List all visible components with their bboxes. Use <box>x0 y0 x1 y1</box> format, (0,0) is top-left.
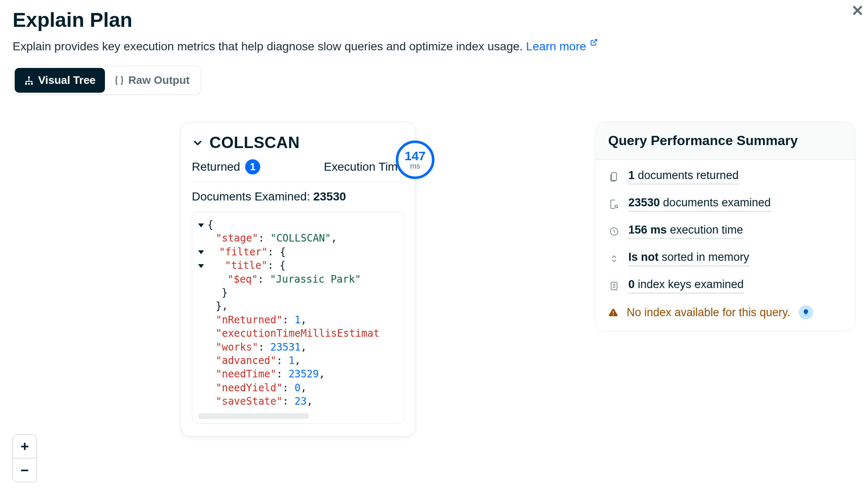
sort-icon <box>608 254 620 264</box>
summary-row-time: 156 ms execution time <box>608 224 842 239</box>
execution-time-bubble: 147 ms <box>396 140 434 179</box>
tab-raw-output[interactable]: Raw Output <box>105 68 199 93</box>
caret-icon[interactable] <box>198 264 204 268</box>
stage-card: 147 ms COLLSCAN Returned 1 Execution Tim… <box>180 122 416 437</box>
external-link-icon <box>590 36 598 49</box>
stage-header: COLLSCAN <box>192 134 404 152</box>
svg-line-0 <box>593 39 597 43</box>
caret-icon[interactable] <box>198 250 204 254</box>
zoom-out-button[interactable]: − <box>13 458 37 482</box>
index-icon <box>608 281 620 291</box>
exec-time-label: Execution Time <box>324 160 404 174</box>
svg-rect-4 <box>31 83 33 85</box>
clock-icon <box>608 226 620 237</box>
docs-examined-value: 23530 <box>313 190 346 203</box>
returned-stat: Returned 1 <box>192 159 260 174</box>
warning-icon <box>608 307 618 317</box>
summary-panel: Query Performance Summary 1 documents re… <box>595 122 855 332</box>
close-button[interactable]: ✕ <box>851 2 864 20</box>
exec-time-unit: ms <box>410 162 420 170</box>
subtitle-text: Explain provides key execution metrics t… <box>13 40 526 53</box>
learn-more-text: Learn more <box>526 40 586 53</box>
tree-icon <box>24 75 34 86</box>
svg-rect-3 <box>28 83 30 85</box>
exec-time-value: 147 <box>405 150 426 162</box>
view-tabs: Visual Tree Raw Output <box>13 66 201 95</box>
stats-row: Returned 1 Execution Time <box>192 159 404 182</box>
tab-visual-label: Visual Tree <box>38 74 96 87</box>
warning-row: No index available for this query. <box>608 305 842 320</box>
returned-badge: 1 <box>245 159 260 174</box>
tab-raw-label: Raw Output <box>128 74 190 87</box>
page-subtitle: Explain provides key execution metrics t… <box>13 36 855 53</box>
summary-row-index: 0 index keys examined <box>608 278 842 294</box>
docs-examined-label: Documents Examined: <box>192 190 313 203</box>
braces-icon <box>114 75 124 86</box>
warning-text: No index available for this query. <box>627 306 790 319</box>
page-title: Explain Plan <box>13 8 855 31</box>
zoom-in-button[interactable]: + <box>13 435 37 458</box>
summary-body: 1 documents returned 23530 documents exa… <box>596 160 855 331</box>
horizontal-scrollbar[interactable] <box>198 413 309 419</box>
json-block[interactable]: { "stage": "COLLSCAN", "filter": { "titl… <box>192 212 404 424</box>
zoom-controls: + − <box>13 434 37 482</box>
document-search-icon <box>608 199 620 209</box>
learn-more-link[interactable]: Learn more <box>526 40 598 53</box>
summary-row-examined: 23530 documents examined <box>608 196 842 212</box>
tab-visual-tree[interactable]: Visual Tree <box>15 68 105 93</box>
caret-icon[interactable] <box>198 224 204 227</box>
collapse-stage-button[interactable] <box>192 137 204 149</box>
summary-title: Query Performance Summary <box>596 122 855 160</box>
docs-examined: Documents Examined: 23530 <box>192 190 404 203</box>
svg-rect-2 <box>25 83 27 85</box>
svg-point-12 <box>613 314 614 315</box>
returned-label: Returned <box>192 160 240 174</box>
summary-row-sort: Is not sorted in memory <box>608 251 842 266</box>
info-bulb-button[interactable] <box>799 305 813 320</box>
stage-name: COLLSCAN <box>209 134 300 152</box>
documents-icon <box>608 172 620 182</box>
svg-rect-1 <box>28 76 30 78</box>
summary-row-returned: 1 documents returned <box>608 169 842 185</box>
